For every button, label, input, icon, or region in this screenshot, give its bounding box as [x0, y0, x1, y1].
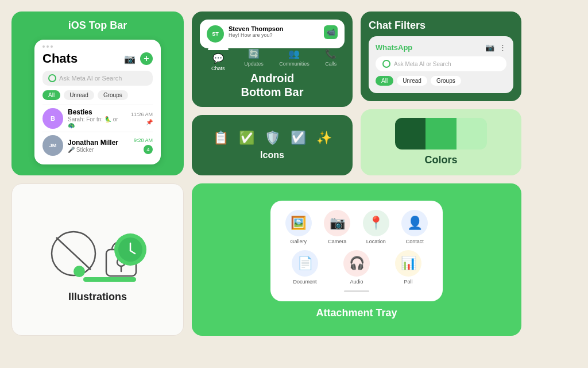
- calls-tab-icon: 📞: [325, 48, 336, 59]
- android-card-label: AndroidBottom Bar: [241, 71, 304, 99]
- tab-calls[interactable]: 📞 Calls: [325, 48, 336, 71]
- meta-ai-icon: [48, 74, 56, 82]
- meta-icon: [382, 60, 390, 68]
- filter-all[interactable]: All: [42, 90, 60, 100]
- header-icons: 📷 ⋮: [485, 43, 506, 52]
- chat-meta-besties: 11:26 AM 📌: [131, 112, 153, 125]
- illustrations-label: Illustrations: [68, 291, 127, 303]
- search-placeholder: Ask Meta AI or Search: [59, 75, 122, 82]
- camera-icon: 📷: [324, 210, 350, 236]
- android-notif-content: Steven Thompson Hey! How are you?: [229, 25, 319, 38]
- tab-updates[interactable]: 🔄 Updates: [244, 48, 264, 71]
- android-avatar: ST: [207, 25, 224, 43]
- poll-icon: 📊: [395, 250, 421, 277]
- main-layout: iOS Top Bar Chats 📷 + Ask Meta AI or Sea…: [0, 0, 588, 368]
- ios-top-bar-card: iOS Top Bar Chats 📷 + Ask Meta AI or Sea…: [11, 12, 184, 175]
- svg-rect-20: [83, 277, 136, 282]
- search-text: Ask Meta AI or Search: [394, 61, 451, 67]
- filter-chips: All Unread Groups: [376, 76, 506, 86]
- chat-info-besties: Besties Sarah: For tn: 🦜 or 🦚: [68, 108, 126, 129]
- dot1: [42, 45, 45, 48]
- filters-header: WhatsApp 📷 ⋮: [376, 43, 506, 52]
- icon-list: 📋: [213, 131, 229, 145]
- chat-item-jonathan[interactable]: JM Jonathan Miller 🎤 Sticker 9:28 AM 4: [42, 132, 153, 159]
- camera-label: Camera: [328, 239, 346, 244]
- chip-unread[interactable]: Unread: [397, 76, 427, 86]
- icons-label: Icons: [260, 150, 284, 160]
- chip-groups[interactable]: Groups: [431, 76, 461, 86]
- tab-indicator: [208, 48, 229, 50]
- chat-preview-jonathan: 🎤 Sticker: [68, 147, 129, 153]
- svg-point-21: [74, 266, 85, 277]
- colors-label: Colors: [424, 154, 457, 166]
- att-gallery[interactable]: 🖼️ Gallery: [282, 210, 315, 244]
- dot2: [47, 45, 49, 48]
- android-notification: ST Steven Thompson Hey! How are you? 📹: [200, 20, 345, 48]
- more-icon: ⋮: [499, 43, 506, 52]
- filter-unread[interactable]: Unread: [64, 90, 94, 100]
- chat-filters-title: Chat Filters: [369, 20, 513, 32]
- mid-top-area: ST Steven Thompson Hey! How are you? 📹 💬…: [192, 12, 353, 175]
- chat-meta-jonathan: 9:28 AM 4: [134, 137, 153, 154]
- icons-row: 📋 ✅ 🛡️ ☑️ ✨: [213, 131, 332, 145]
- att-camera[interactable]: 📷 Camera: [321, 210, 354, 244]
- att-poll[interactable]: 📊 Poll: [395, 250, 421, 285]
- chat-time-jonathan: 9:28 AM: [134, 137, 153, 143]
- pin-icon: 📌: [146, 119, 153, 125]
- android-card: ST Steven Thompson Hey! How are you? 📹 💬…: [192, 12, 353, 107]
- chats-tab-label: Chats: [211, 66, 225, 71]
- chat-time-besties: 11:26 AM: [131, 112, 153, 117]
- icon-verified: ☑️: [291, 131, 306, 145]
- search-bar[interactable]: Ask Meta AI or Search: [42, 71, 153, 86]
- chat-preview-besties: Sarah: For tn: 🦜 or 🦚: [68, 116, 126, 129]
- calls-tab-label: Calls: [325, 61, 336, 67]
- right-top-area: Chat Filters WhatsApp 📷 ⋮ Ask Meta AI or…: [361, 12, 521, 175]
- color-swatches: [395, 118, 487, 150]
- swatch-mid: [425, 118, 456, 150]
- att-audio[interactable]: 🎧 Audio: [343, 250, 370, 285]
- chats-heading: Chats: [42, 51, 78, 66]
- chat-item-besties[interactable]: B Besties Sarah: For tn: 🦜 or 🦚 11:26 AM…: [42, 105, 153, 132]
- filter-groups[interactable]: Groups: [98, 90, 128, 100]
- attachment-row1: 🖼️ Gallery 📷 Camera 📍 Location 👤 Contact: [282, 210, 431, 244]
- avatar-jonathan: JM: [42, 135, 63, 156]
- att-contact[interactable]: 👤 Contact: [399, 210, 432, 244]
- add-button[interactable]: +: [140, 52, 153, 65]
- chat-info-jonathan: Jonathan Miller 🎤 Sticker: [68, 139, 129, 153]
- chip-all[interactable]: All: [376, 76, 393, 86]
- chat-name-jonathan: Jonathan Miller: [68, 139, 129, 147]
- android-notif-name: Steven Thompson: [229, 25, 319, 32]
- gallery-icon: 🖼️: [285, 210, 312, 236]
- unread-badge-jonathan: 4: [144, 145, 153, 154]
- location-label: Location: [366, 239, 386, 244]
- icon-checklist: ✅: [239, 131, 254, 145]
- swatch-dark: [395, 118, 425, 150]
- camera-icon: 📷: [124, 53, 136, 64]
- contact-label: Contact: [406, 239, 424, 244]
- att-document[interactable]: 📄 Document: [292, 250, 318, 285]
- swatch-light: [457, 118, 487, 150]
- camera-icon: 📷: [485, 43, 494, 52]
- android-tabs: 💬 Chats 🔄 Updates 👥 Communities 📞 Calls: [200, 48, 345, 71]
- attachment-row2: 📄 Document 🎧 Audio 📊 Poll: [282, 250, 431, 285]
- icon-shield: 🛡️: [265, 131, 280, 145]
- attachment-tray-label: Attachment Tray: [316, 307, 397, 319]
- ios-phone-mockup: Chats 📷 + Ask Meta AI or Search All Unre…: [34, 40, 161, 164]
- tab-communities[interactable]: 👥 Communities: [279, 48, 310, 71]
- ios-dots: [42, 45, 153, 48]
- icon-sparkle: ✨: [316, 131, 332, 145]
- chats-tab-icon: 💬: [212, 53, 224, 64]
- filter-chips-row: All Unread Groups: [42, 90, 153, 100]
- communities-tab-icon: 👥: [288, 48, 300, 59]
- filters-search[interactable]: Ask Meta AI or Search: [376, 56, 506, 71]
- audio-label: Audio: [350, 279, 363, 285]
- icons-card: 📋 ✅ 🛡️ ☑️ ✨ Icons: [192, 115, 353, 175]
- filters-mockup: WhatsApp 📷 ⋮ Ask Meta AI or Search All U…: [369, 36, 513, 93]
- contact-icon: 👤: [401, 210, 428, 236]
- attachment-tray-card: 🖼️ Gallery 📷 Camera 📍 Location 👤 Contact: [192, 183, 521, 336]
- document-label: Document: [293, 279, 316, 285]
- att-location[interactable]: 📍 Location: [359, 210, 393, 244]
- dot3: [51, 45, 53, 48]
- tray-handle: [344, 290, 369, 292]
- tab-chats[interactable]: 💬 Chats: [208, 48, 229, 71]
